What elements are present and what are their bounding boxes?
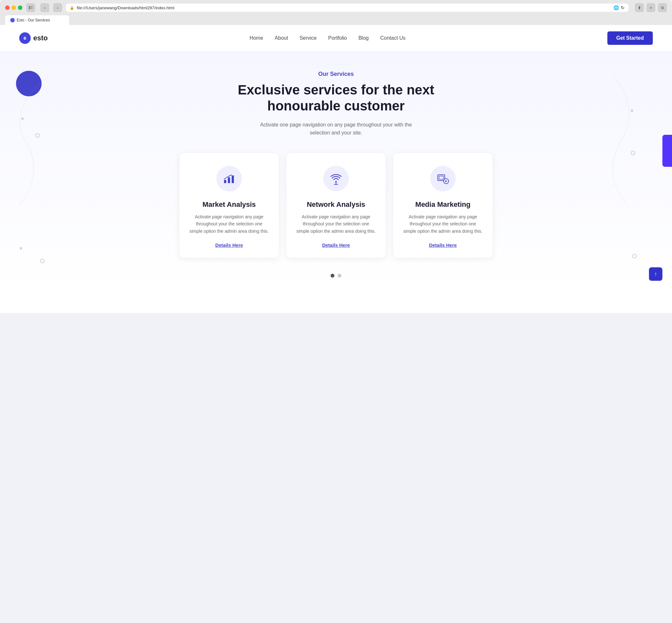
share-button[interactable]: ⬆ <box>635 3 644 12</box>
tab-favicon <box>10 18 15 22</box>
get-started-button[interactable]: Get Started <box>607 31 653 45</box>
nav-blog[interactable]: Blog <box>358 35 369 41</box>
svg-rect-0 <box>29 6 30 9</box>
sidebar-toggle-button[interactable] <box>26 3 35 12</box>
website-content: e esto Home About Service Portfolio Blog… <box>0 25 672 313</box>
deco-x-top-right: × <box>630 108 634 114</box>
browser-tab-bar: Esto - Our Services <box>5 16 667 25</box>
card-desc-market: Activate page navigation any page throug… <box>189 213 269 235</box>
svg-rect-3 <box>224 180 226 183</box>
scroll-up-icon: ↑ <box>654 271 657 277</box>
deco-purple-bar <box>663 135 672 167</box>
svg-rect-5 <box>232 175 234 183</box>
tabs-overview-button[interactable]: ⧉ <box>658 3 667 12</box>
service-card-media: Media Marketing Activate page navigation… <box>393 153 492 258</box>
url-text: file:///Users/janewang/Downloads/html297… <box>77 5 174 10</box>
active-tab[interactable]: Esto - Our Services <box>5 16 69 25</box>
new-tab-button[interactable]: + <box>646 3 655 12</box>
nav-home[interactable]: Home <box>250 35 263 41</box>
svg-rect-2 <box>31 8 33 9</box>
deco-x-left: × <box>21 116 24 122</box>
carousel-dots <box>19 274 653 277</box>
nav-contact[interactable]: Contact Us <box>380 35 405 41</box>
forward-button[interactable]: › <box>53 3 62 12</box>
card-desc-network: Activate page navigation any page throug… <box>296 213 376 235</box>
section-header: Our Services Exclusive services for the … <box>19 71 653 137</box>
card-title-network: Network Analysis <box>296 200 376 209</box>
browser-dots <box>5 5 22 10</box>
service-card-market: Market Analysis Activate page navigation… <box>180 153 279 258</box>
carousel-dot-2[interactable] <box>338 274 341 277</box>
security-icon: 🔒 <box>70 6 74 10</box>
browser-actions: ⬆ + ⧉ <box>635 3 667 12</box>
nav-about[interactable]: About <box>275 35 288 41</box>
logo-text: esto <box>33 34 48 42</box>
bar-chart-icon <box>223 172 236 185</box>
address-bar[interactable]: 🔒 file:///Users/janewang/Downloads/html2… <box>66 3 629 12</box>
media-icon <box>436 172 449 185</box>
section-description: Activate one page navigation on any page… <box>256 121 416 137</box>
svg-rect-1 <box>31 6 33 7</box>
deco-circle-1 <box>35 133 40 138</box>
network-analysis-icon-wrap <box>323 166 349 191</box>
market-analysis-icon-wrap <box>216 166 242 191</box>
navbar: e esto Home About Service Portfolio Blog… <box>0 25 672 52</box>
svg-point-6 <box>335 181 337 182</box>
card-link-market[interactable]: Details Here <box>215 242 243 248</box>
deco-blue-circle <box>16 71 41 96</box>
cards-row: Market Analysis Activate page navigation… <box>19 153 653 264</box>
close-button[interactable] <box>5 5 9 10</box>
scroll-to-top-button[interactable]: ↑ <box>649 267 663 281</box>
nav-service[interactable]: Service <box>300 35 316 41</box>
service-card-network: Network Analysis Activate page navigatio… <box>286 153 386 258</box>
translate-icon: 🌐 <box>613 5 619 10</box>
tab-label: Esto - Our Services <box>17 18 50 22</box>
browser-chrome: ‹ › 🔒 file:///Users/janewang/Downloads/h… <box>0 0 672 25</box>
services-section: × × × Our Services Exclusive services fo… <box>0 52 672 290</box>
deco-x-bottom-left: × <box>19 245 23 252</box>
carousel-dot-1[interactable] <box>331 274 334 277</box>
logo-icon: e <box>19 32 31 44</box>
nav-links: Home About Service Portfolio Blog Contac… <box>250 35 406 41</box>
wifi-icon <box>330 172 342 185</box>
card-title-market: Market Analysis <box>189 200 269 209</box>
minimize-button[interactable] <box>11 5 16 10</box>
browser-titlebar: ‹ › 🔒 file:///Users/janewang/Downloads/h… <box>5 3 667 12</box>
card-title-media: Media Marketing <box>403 200 483 209</box>
section-title: Exclusive services for the next honourab… <box>232 82 440 114</box>
section-tag: Our Services <box>19 71 653 78</box>
nav-portfolio[interactable]: Portfolio <box>328 35 347 41</box>
card-link-media[interactable]: Details Here <box>429 242 457 248</box>
card-link-network[interactable]: Details Here <box>322 242 350 248</box>
back-button[interactable]: ‹ <box>40 3 49 12</box>
card-desc-media: Activate page navigation any page throug… <box>403 213 483 235</box>
logo[interactable]: e esto <box>19 32 48 44</box>
svg-rect-4 <box>228 177 230 183</box>
deco-circle-2 <box>631 151 635 155</box>
svg-rect-10 <box>439 176 444 179</box>
maximize-button[interactable] <box>18 5 22 10</box>
refresh-icon[interactable]: ↻ <box>621 5 624 10</box>
media-marketing-icon-wrap <box>430 166 456 191</box>
